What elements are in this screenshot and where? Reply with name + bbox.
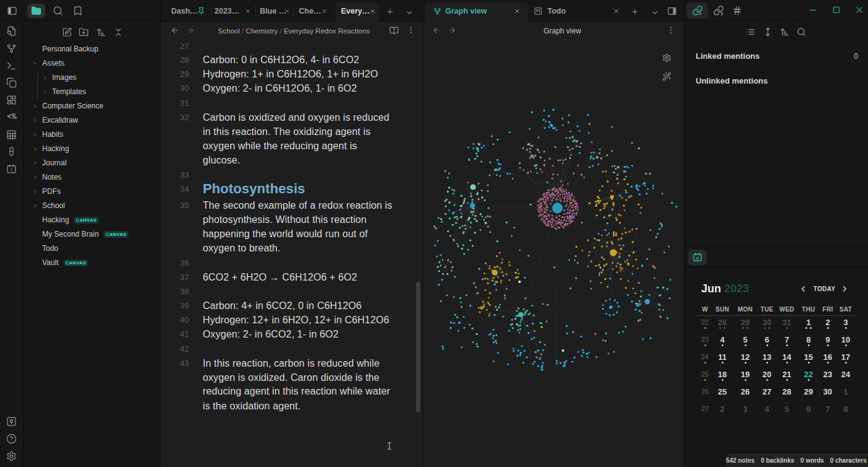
svg-text:1: 1 [11, 167, 13, 172]
